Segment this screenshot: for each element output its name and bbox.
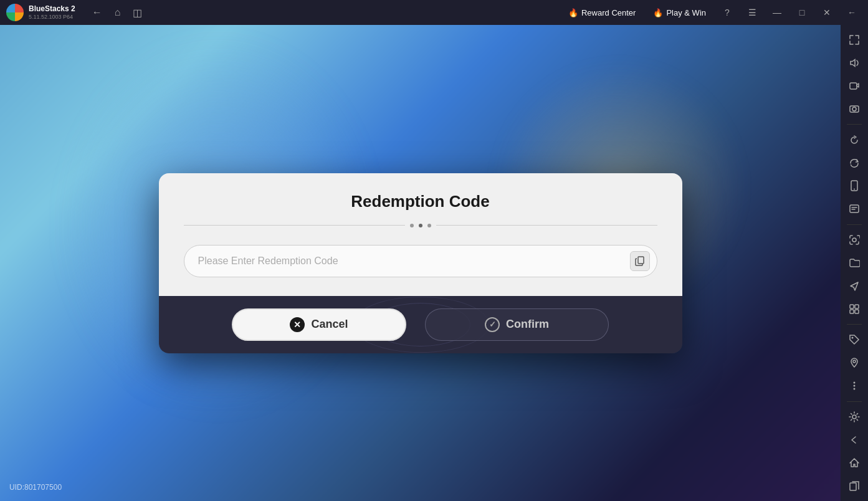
svg-point-15: [854, 388, 856, 390]
play-win-button[interactable]: 🔥 Play & Win: [647, 6, 712, 20]
svg-point-12: [853, 360, 856, 363]
record-icon[interactable]: [843, 99, 866, 120]
news-icon[interactable]: [843, 199, 866, 219]
sidebar-divider-2: [847, 224, 862, 225]
titlebar-center: 🔥 Reward Center 🔥 Play & Win ? ☰ — □ ✕ ←: [151, 2, 868, 22]
reward-center-button[interactable]: 🔥 Reward Center: [562, 6, 642, 20]
svg-rect-18: [638, 257, 644, 264]
sidebar-pages-icon[interactable]: [843, 475, 866, 496]
modal-divider: [184, 224, 657, 227]
svg-point-16: [852, 415, 856, 419]
back-nav-icon[interactable]: ←: [90, 4, 105, 21]
modal-overlay: Redemption Code: [0, 25, 841, 501]
app-name: BlueStacks 2: [29, 4, 75, 13]
modal-bottom: ✕ Cancel ✓ Confirm: [159, 296, 682, 353]
play-win-label: Play & Win: [666, 8, 706, 17]
svg-rect-17: [850, 483, 856, 490]
help-button[interactable]: ?: [717, 2, 737, 22]
svg-point-14: [854, 385, 856, 387]
titlebar-left: BlueStacks 2 5.11.52.1003 P64 ← ⌂ ◫: [0, 4, 151, 21]
redemption-code-input[interactable]: [184, 245, 657, 277]
sidebar-divider-4: [847, 401, 862, 402]
confirm-check-icon: ✓: [485, 317, 500, 332]
reward-fire-icon: 🔥: [568, 8, 578, 17]
svg-point-4: [854, 189, 855, 190]
modal-title: Redemption Code: [184, 192, 657, 211]
windows-nav-icon[interactable]: ◫: [130, 4, 145, 21]
settings-icon[interactable]: [843, 407, 866, 427]
home-nav-icon[interactable]: ⌂: [112, 4, 123, 21]
volume-icon[interactable]: [843, 53, 866, 74]
reward-center-label: Reward Center: [581, 8, 636, 17]
divider-dot-2: [419, 224, 422, 227]
svg-rect-7: [850, 305, 854, 308]
divider-line-right: [436, 225, 657, 226]
minimize-button[interactable]: —: [767, 2, 787, 22]
titlebar: BlueStacks 2 5.11.52.1003 P64 ← ⌂ ◫ 🔥 Re…: [0, 0, 868, 25]
play-fire-icon: 🔥: [653, 8, 663, 17]
modal-input-wrapper: [184, 245, 657, 277]
expand-button[interactable]: ←: [842, 2, 862, 22]
modal-top: Redemption Code: [159, 173, 682, 296]
sidebar-divider-1: [847, 124, 862, 125]
fullscreen-icon[interactable]: [843, 30, 866, 50]
refresh-icon[interactable]: [843, 153, 866, 173]
divider-dot-3: [427, 224, 431, 227]
divider-dot-1: [410, 224, 414, 227]
rotate-icon[interactable]: [843, 130, 866, 150]
svg-rect-5: [850, 205, 859, 212]
sidebar-home-icon[interactable]: [843, 452, 866, 473]
restore-button[interactable]: □: [792, 2, 812, 22]
plane-icon[interactable]: [843, 275, 866, 296]
svg-rect-8: [855, 305, 859, 308]
screenshot-icon[interactable]: [843, 230, 866, 250]
more-icon[interactable]: [843, 376, 866, 396]
sidebar-back-icon[interactable]: [843, 429, 866, 450]
close-button[interactable]: ✕: [817, 2, 837, 22]
cancel-label: Cancel: [311, 318, 348, 331]
svg-point-6: [852, 238, 856, 242]
folder-icon[interactable]: [843, 253, 866, 274]
app-version: 5.11.52.1003 P64: [29, 14, 75, 21]
svg-point-11: [852, 337, 854, 339]
svg-point-13: [854, 382, 856, 384]
location-icon[interactable]: [843, 353, 866, 373]
cancel-x-icon: ✕: [290, 317, 305, 332]
svg-rect-9: [850, 310, 854, 313]
tag-icon[interactable]: [843, 330, 866, 350]
confirm-button[interactable]: ✓ Confirm: [425, 308, 609, 341]
svg-rect-10: [855, 310, 859, 313]
svg-point-2: [852, 107, 856, 111]
device-icon[interactable]: [843, 176, 866, 196]
confirm-label: Confirm: [506, 318, 549, 331]
compress-icon[interactable]: [843, 298, 866, 319]
clipboard-button[interactable]: [630, 251, 650, 271]
sidebar-divider-3: [847, 324, 862, 325]
video-icon[interactable]: [843, 76, 866, 97]
menu-button[interactable]: ☰: [742, 2, 762, 22]
bluestacks-logo: [6, 4, 24, 21]
redemption-modal: Redemption Code: [159, 173, 682, 353]
right-sidebar: [841, 25, 868, 501]
svg-rect-0: [850, 83, 857, 89]
titlebar-nav: ← ⌂ ◫: [90, 4, 145, 21]
app-info: BlueStacks 2 5.11.52.1003 P64: [29, 4, 75, 20]
cancel-button[interactable]: ✕ Cancel: [232, 308, 406, 341]
divider-line-left: [184, 225, 405, 226]
